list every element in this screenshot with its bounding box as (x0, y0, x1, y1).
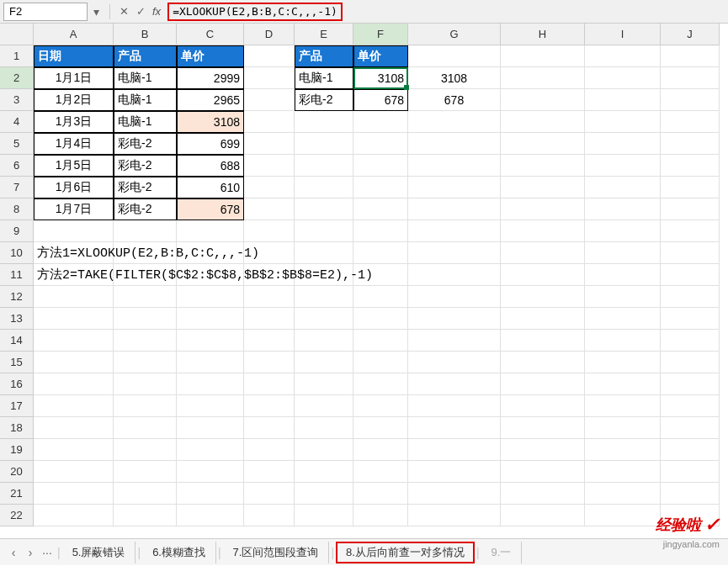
cell-A2[interactable]: 1月1日 (34, 67, 114, 89)
cell-H8[interactable] (501, 198, 585, 220)
cell-I12[interactable] (585, 286, 661, 308)
col-header-J[interactable]: J (661, 24, 720, 45)
cell-G7[interactable] (408, 177, 501, 198)
cell-F2[interactable]: 3108 (353, 67, 408, 89)
row-header-5[interactable]: 5 (0, 133, 34, 155)
cell-E20[interactable] (295, 461, 353, 483)
name-box-dropdown-icon[interactable]: ▾ (88, 5, 104, 19)
sheet-tab-6[interactable]: 6.模糊查找 (142, 542, 216, 563)
row-header-17[interactable]: 17 (0, 395, 34, 417)
cell-H7[interactable] (501, 177, 585, 198)
cell-I5[interactable] (585, 133, 661, 155)
cell-A8[interactable]: 1月7日 (34, 198, 114, 220)
cell-F10[interactable] (353, 242, 408, 264)
cell-A9[interactable] (34, 220, 114, 242)
row-header-16[interactable]: 16 (0, 373, 34, 395)
cell-A14[interactable] (34, 330, 114, 352)
cell-E17[interactable] (295, 395, 353, 417)
col-header-B[interactable]: B (114, 24, 177, 45)
cell-G17[interactable] (408, 395, 501, 417)
col-header-E[interactable]: E (295, 24, 353, 45)
tab-nav-more-icon[interactable]: ··· (39, 546, 56, 559)
cell-D22[interactable] (244, 505, 295, 526)
cell-G6[interactable] (408, 155, 501, 177)
cell-D21[interactable] (244, 483, 295, 505)
cell-H13[interactable] (501, 308, 585, 330)
cell-B22[interactable] (114, 505, 177, 526)
cell-D6[interactable] (244, 155, 295, 177)
cell-A13[interactable] (34, 308, 114, 330)
row-header-7[interactable]: 7 (0, 177, 34, 198)
cell-C7[interactable]: 610 (177, 177, 244, 198)
cell-C19[interactable] (177, 439, 244, 461)
cell-E14[interactable] (295, 330, 353, 352)
col-header-C[interactable]: C (177, 24, 244, 45)
cell-I10[interactable] (585, 242, 661, 264)
cell-A20[interactable] (34, 461, 114, 483)
cell-E19[interactable] (295, 439, 353, 461)
cell-G13[interactable] (408, 308, 501, 330)
cell-E1[interactable]: 产品 (295, 45, 353, 67)
cell-A21[interactable] (34, 483, 114, 505)
cell-A17[interactable] (34, 395, 114, 417)
col-header-A[interactable]: A (34, 24, 114, 45)
cell-G15[interactable] (408, 352, 501, 373)
cell-H3[interactable] (501, 89, 585, 111)
cell-F9[interactable] (353, 220, 408, 242)
cell-D13[interactable] (244, 308, 295, 330)
row-header-3[interactable]: 3 (0, 89, 34, 111)
sheet-tab-7[interactable]: 7.区间范围段查询 (223, 542, 330, 563)
cell-D20[interactable] (244, 461, 295, 483)
cell-B3[interactable]: 电脑-1 (114, 89, 177, 111)
cell-C14[interactable] (177, 330, 244, 352)
cell-C2[interactable]: 2999 (177, 67, 244, 89)
cell-D12[interactable] (244, 286, 295, 308)
cell-F5[interactable] (353, 133, 408, 155)
cell-C6[interactable]: 688 (177, 155, 244, 177)
cell-J8[interactable] (661, 198, 720, 220)
cell-J6[interactable] (661, 155, 720, 177)
cell-I13[interactable] (585, 308, 661, 330)
cell-G11[interactable] (408, 264, 501, 286)
cell-J2[interactable] (661, 67, 720, 89)
cell-H12[interactable] (501, 286, 585, 308)
cell-B17[interactable] (114, 395, 177, 417)
cell-D5[interactable] (244, 133, 295, 155)
cell-F1[interactable]: 单价 (353, 45, 408, 67)
row-header-15[interactable]: 15 (0, 352, 34, 373)
row-header-1[interactable]: 1 (0, 45, 34, 67)
cell-C21[interactable] (177, 483, 244, 505)
cell-B9[interactable] (114, 220, 177, 242)
fx-icon[interactable]: fx (152, 5, 161, 18)
cell-I18[interactable] (585, 417, 661, 439)
cell-I22[interactable] (585, 505, 661, 526)
cell-A11[interactable]: 方法2=TAKE(FILTER($C$2:$C$8,$B$2:$B$8=E2),… (34, 264, 114, 286)
cell-G1[interactable] (408, 45, 501, 67)
cell-I17[interactable] (585, 395, 661, 417)
cell-F13[interactable] (353, 308, 408, 330)
cell-B7[interactable]: 彩电-2 (114, 177, 177, 198)
cell-C13[interactable] (177, 308, 244, 330)
cell-E18[interactable] (295, 417, 353, 439)
cell-G8[interactable] (408, 198, 501, 220)
cell-G19[interactable] (408, 439, 501, 461)
row-header-2[interactable]: 2 (0, 67, 34, 89)
row-header-4[interactable]: 4 (0, 111, 34, 133)
cell-J5[interactable] (661, 133, 720, 155)
cell-H17[interactable] (501, 395, 585, 417)
cell-H5[interactable] (501, 133, 585, 155)
cell-B1[interactable]: 产品 (114, 45, 177, 67)
cell-H21[interactable] (501, 483, 585, 505)
cell-J3[interactable] (661, 89, 720, 111)
cell-B15[interactable] (114, 352, 177, 373)
cell-J4[interactable] (661, 111, 720, 133)
cell-J15[interactable] (661, 352, 720, 373)
cell-J19[interactable] (661, 439, 720, 461)
cell-C9[interactable] (177, 220, 244, 242)
cell-H14[interactable] (501, 330, 585, 352)
row-header-18[interactable]: 18 (0, 417, 34, 439)
cell-F20[interactable] (353, 461, 408, 483)
cell-D14[interactable] (244, 330, 295, 352)
cell-C17[interactable] (177, 395, 244, 417)
cell-J13[interactable] (661, 308, 720, 330)
